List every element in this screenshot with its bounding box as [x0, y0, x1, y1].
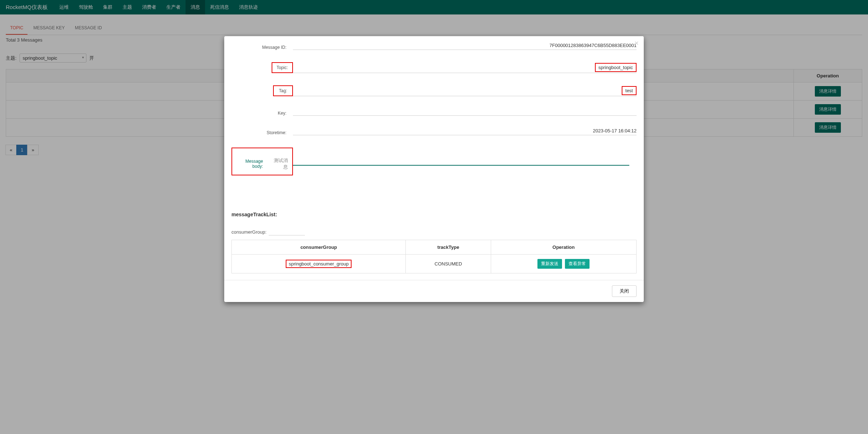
topic-label: Topic: [272, 62, 293, 73]
key-label: Key: [231, 111, 293, 116]
storetime-label: Storetime: [231, 130, 293, 135]
storetime-value: 2023-05-17 16:04:12 [593, 128, 637, 133]
message-id-value: 7F000001283863947C6B55D883EE0001 [549, 43, 637, 48]
body-input[interactable] [293, 157, 629, 162]
modal-overlay: × Message ID: 7F000001283863947C6B55D883… [0, 0, 868, 162]
topic-value: springboot_topic [595, 63, 637, 72]
tag-value: test [622, 86, 637, 95]
message-id-label: Message ID: [231, 45, 293, 50]
tag-label: Tag: [273, 85, 293, 96]
body-value-inline: 测试消息 [271, 157, 288, 162]
close-icon[interactable]: × [634, 39, 639, 47]
message-detail-modal: × Message ID: 7F000001283863947C6B55D883… [224, 36, 644, 162]
body-label: Message body: [237, 159, 263, 162]
